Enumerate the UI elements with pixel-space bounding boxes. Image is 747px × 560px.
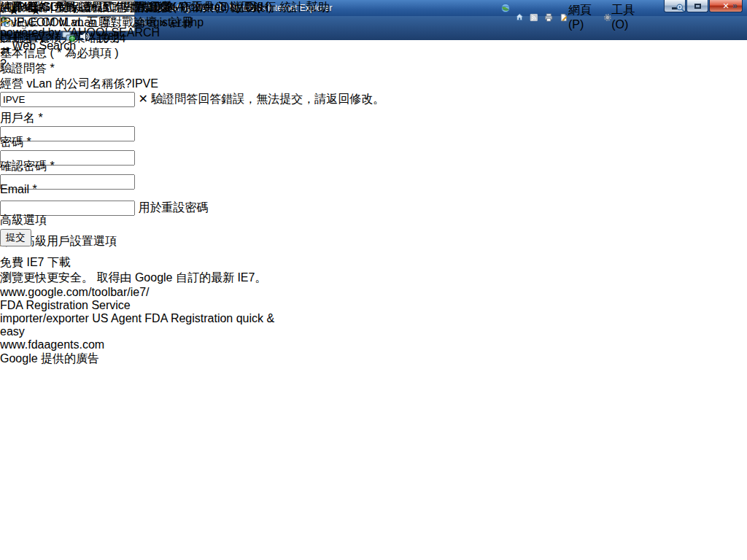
nav-tab-help[interactable]: 幫助 (306, 1, 330, 13)
internet-zone-globe-icon (500, 3, 511, 13)
verify-label: 驗證問答 * (0, 61, 384, 77)
nav-tab-stats[interactable]: 統計 (279, 1, 303, 13)
taskbar-button-label: IPvE.COM vLan 互... (13, 16, 121, 28)
taskbar-button-ie[interactable]: e IPvE.COM vLan 互... (0, 15, 125, 31)
command-bar: 網頁(P) 工具(O) (515, 3, 640, 31)
ad-right: FDA Registration Service importer/export… (0, 299, 384, 351)
ime-caps-icon[interactable]: A (35, 32, 42, 44)
verify-row: 驗證問答 * 經營 vLan 的公司名稱係?IPVE ✕ 驗證問答回答錯誤，無法… (0, 61, 384, 111)
ad-left: 免費 IE7 下載 瀏覽更快更安全。 取得由 Google 自訂的最新 IE7。… (0, 255, 384, 299)
ads-attribution: Google 提供的廣告 (0, 351, 384, 367)
close-button[interactable]: ✕ (709, 0, 743, 12)
error-icon: ✕ (138, 93, 147, 105)
ad-right-body-line1: importer/exporter US Agent FDA Registrat… (0, 312, 384, 325)
attribution-text: 提供的廣告 (41, 352, 99, 365)
submit-button[interactable]: 提交 (0, 229, 31, 246)
tools-menu-label[interactable]: 工具(O) (611, 3, 640, 31)
google-logo: Google (0, 352, 38, 365)
verify-input[interactable] (0, 92, 135, 107)
verify-question: 經營 vLan 的公司名稱係?IPVE (0, 77, 384, 92)
command-overflow-chevron-icon[interactable]: » (732, 1, 738, 11)
volume-icon[interactable] (79, 31, 90, 42)
maximize-button[interactable] (686, 0, 708, 12)
home-icon[interactable] (515, 11, 524, 23)
system-tray: CH 速 A ? › 19:24 (0, 31, 125, 47)
close-icon: ✕ (722, 1, 729, 11)
section-title: 基本信息 ( * 為必填項 ) (0, 46, 384, 61)
verify-answer-hint: IPVE (131, 77, 158, 90)
screen: e IPvE.COM vLan 互聯對戰論壇 - Powered by Disc… (0, 0, 747, 560)
username-label: 用戶名 * (0, 111, 384, 126)
email-note: 用於重設密碼 (138, 201, 208, 214)
ad-right-title-link[interactable]: FDA Registration Service (0, 299, 384, 312)
taskbar-button-label: (4) M群-SLY圍 - 對話 (0, 1, 109, 13)
page-icon[interactable] (560, 12, 568, 23)
nav-tab-pets[interactable]: 寵物中心 (179, 1, 226, 13)
verify-error-text: 驗證問答回答錯誤，無法提交，請返回修改。 (151, 93, 384, 105)
quicklaunch-overflow-chevron-icon[interactable]: » (73, 4, 80, 17)
zoom-icon[interactable] (676, 3, 686, 13)
zoom-level: 100% (147, 1, 177, 13)
tray-help-icon[interactable]: ? (45, 32, 52, 44)
clock[interactable]: 19:24 (96, 32, 125, 44)
ad-right-body-line2: easy (0, 325, 384, 338)
ie-task-icon: e (0, 18, 10, 28)
print-icon[interactable] (544, 12, 553, 23)
page-viewport: 註冊 登錄 會員 節日紅包 虛擬形象 寵物中心 社區銀行 統計 幫助 IPvE.… (0, 0, 384, 367)
ime-speed-icon[interactable]: 速 (20, 32, 32, 44)
nav-tab-bank[interactable]: 社區銀行 (230, 1, 276, 13)
page-menu-label[interactable]: 網頁(P) (568, 3, 597, 31)
username-row: 用戶名 * (0, 111, 384, 135)
nav-tab-stats-label: 統計 (279, 1, 303, 13)
ad-left-title-link[interactable]: 免費 IE7 下載 (0, 255, 384, 271)
tools-gear-icon[interactable] (603, 12, 612, 23)
taskbar-button-messenger[interactable]: (4) M群-SLY圍 - 對話 (0, 0, 125, 15)
language-indicator[interactable]: CH (0, 32, 17, 44)
network-icon[interactable] (62, 31, 75, 42)
register-panel: 註冊 查看積分策略說明 基本信息 ( * 為必填項 ) 驗證問答 * 經營 vL… (0, 31, 384, 255)
breadcrumb-separator: » (160, 16, 167, 28)
verify-question-text: 經營 vLan 的公司名稱係? (0, 77, 131, 90)
tray-collapse-chevron-icon[interactable]: › (55, 32, 59, 44)
taskbar: » (4) M群-SLY圍 - 對話 e IPvE.COM vLan 互... … (0, 0, 125, 47)
rss-feed-icon[interactable] (530, 12, 538, 23)
ad-left-body: 瀏覽更快更安全。 取得由 Google 自訂的最新 IE7。 (0, 271, 384, 286)
ad-right-url: www.fdaagents.com (0, 338, 384, 351)
ad-left-url: www.google.com/toolbar/ie7/ (0, 286, 384, 299)
breadcrumb-current: 註冊 (170, 16, 193, 28)
maximize-icon (694, 4, 701, 9)
